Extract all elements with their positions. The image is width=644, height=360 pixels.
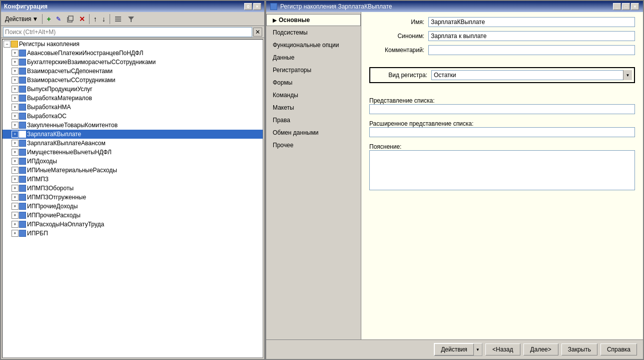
item-toggle-6[interactable] bbox=[12, 104, 19, 111]
tab-makety[interactable]: Макеты bbox=[266, 102, 361, 114]
list-item[interactable]: ЗакупленныеТоварыКомитентов bbox=[3, 121, 263, 130]
item-label-3: ВзаиморасчетыССотрудниками bbox=[27, 77, 116, 84]
note-textarea[interactable] bbox=[369, 150, 635, 190]
list-item[interactable]: ИПРасходыНаОплатуТруда bbox=[3, 220, 263, 229]
root-folder-icon bbox=[11, 41, 18, 48]
item-toggle-14[interactable] bbox=[12, 176, 19, 183]
svg-rect-4 bbox=[115, 21, 121, 22]
back-btn[interactable]: <Назад bbox=[485, 343, 520, 355]
tab-registratory[interactable]: Регистраторы bbox=[266, 64, 361, 76]
ext-list-view-input[interactable] bbox=[369, 127, 635, 137]
tab-komandy[interactable]: Команды bbox=[266, 89, 361, 101]
item-icon-12 bbox=[19, 158, 26, 165]
item-icon-1 bbox=[19, 59, 26, 66]
item-toggle-5[interactable] bbox=[12, 95, 19, 102]
search-clear-icon: ✕ bbox=[255, 29, 260, 36]
next-btn[interactable]: Далее> bbox=[523, 343, 558, 355]
item-toggle-2[interactable] bbox=[12, 68, 19, 75]
item-toggle-0[interactable] bbox=[12, 50, 19, 57]
list-item[interactable]: ИПМПЗОтгруженные bbox=[3, 193, 263, 202]
synonym-input[interactable] bbox=[428, 31, 635, 41]
tab-dannye[interactable]: Данные bbox=[266, 52, 361, 64]
close-btn[interactable]: Закрыть bbox=[561, 343, 597, 355]
list-item[interactable]: ИмущественныеВычетыНДФЛ bbox=[3, 148, 263, 157]
list-item[interactable]: ВыпускПродукцииУслуг bbox=[3, 85, 263, 94]
tab-formy[interactable]: Формы bbox=[266, 77, 361, 89]
list-item-selected[interactable]: ЗарплатаКВыплате bbox=[3, 130, 263, 139]
copy-btn[interactable] bbox=[64, 14, 76, 24]
actions-dropdown-btn[interactable]: ▼ bbox=[474, 343, 482, 355]
delete-icon: ✕ bbox=[79, 15, 85, 23]
move-up-btn[interactable]: ↑ bbox=[92, 14, 99, 24]
tree-root-item[interactable]: Регистры накопления bbox=[3, 40, 263, 49]
list-view-btn[interactable] bbox=[112, 14, 124, 24]
list-item[interactable]: ВыработкаНМА bbox=[3, 103, 263, 112]
search-input[interactable] bbox=[3, 27, 252, 37]
actions-group: Действия ▼ bbox=[434, 343, 482, 356]
svg-rect-1 bbox=[69, 16, 73, 21]
help-btn[interactable]: Справка bbox=[600, 343, 637, 355]
left-minimize-btn[interactable]: 0 bbox=[244, 3, 252, 10]
add-btn[interactable] bbox=[45, 14, 53, 24]
list-item[interactable]: ИПДоходы bbox=[3, 157, 263, 166]
tab-label-6: Команды bbox=[273, 92, 298, 99]
list-item[interactable]: ЗарплатаКВыплатеАвансом bbox=[3, 139, 263, 148]
vid-registra-row: Вид регистра: Остатки Обороты ▼ bbox=[369, 67, 635, 83]
actions-menu-btn[interactable]: Действия ▼ bbox=[3, 15, 40, 24]
actions-btn[interactable]: Действия bbox=[434, 343, 474, 355]
name-input[interactable] bbox=[428, 17, 635, 27]
tab-prochee[interactable]: Прочее bbox=[266, 139, 361, 151]
list-item[interactable]: ВыработкаОС bbox=[3, 112, 263, 121]
actions-dropdown-icon: ▼ bbox=[33, 16, 39, 23]
list-item[interactable]: ИПМПЗ bbox=[3, 175, 263, 184]
list-item[interactable]: АвансовыеПлатежиИностранцевПоНДФЛ bbox=[3, 49, 263, 58]
vid-registra-select[interactable]: Остатки Обороты bbox=[431, 70, 632, 80]
filter-btn[interactable] bbox=[125, 14, 137, 24]
tab-obmen[interactable]: Обмен данными bbox=[266, 127, 361, 139]
left-close-btn[interactable]: × bbox=[253, 3, 261, 10]
item-toggle-13[interactable] bbox=[12, 167, 19, 174]
item-toggle-16[interactable] bbox=[12, 194, 19, 201]
tree-area[interactable]: Регистры накопления АвансовыеПлатежиИнос… bbox=[2, 39, 263, 358]
item-toggle-8[interactable] bbox=[12, 122, 19, 129]
item-toggle-18[interactable] bbox=[12, 212, 19, 219]
list-view-input[interactable] bbox=[369, 104, 635, 114]
list-item[interactable]: БухгалтерскиеВзаиморасчетыССотрудниками bbox=[3, 58, 263, 67]
tab-osnovnye[interactable]: ▶ Основные bbox=[266, 14, 361, 26]
comment-input[interactable] bbox=[428, 45, 635, 55]
item-toggle-3[interactable] bbox=[12, 77, 19, 84]
root-toggle[interactable] bbox=[4, 41, 11, 48]
list-item[interactable]: ВыработкаМатериалов bbox=[3, 94, 263, 103]
item-toggle-19[interactable] bbox=[12, 221, 19, 228]
list-item[interactable]: ВзаиморасчетыССотрудниками bbox=[3, 76, 263, 85]
move-down-btn[interactable]: ↓ bbox=[100, 14, 108, 24]
list-item[interactable]: ВзаиморасчетыСДепонентами bbox=[3, 67, 263, 76]
item-toggle-15[interactable] bbox=[12, 185, 19, 192]
item-toggle-10[interactable] bbox=[12, 140, 19, 147]
item-toggle-9[interactable] bbox=[12, 131, 19, 138]
tab-func-opcii[interactable]: Функциональные опции bbox=[266, 39, 361, 51]
list-item[interactable]: ИППрочиеДоходы bbox=[3, 202, 263, 211]
item-toggle-12[interactable] bbox=[12, 158, 19, 165]
nav-tabs: ▶ Основные Подсистемы Функциональные опц… bbox=[266, 12, 361, 339]
item-toggle-7[interactable] bbox=[12, 113, 19, 120]
tab-label-8: Права bbox=[273, 117, 290, 124]
reg-close-btn[interactable]: × bbox=[631, 3, 639, 10]
list-item[interactable]: ИПИныеМатериальныеРасходы bbox=[3, 166, 263, 175]
list-item[interactable]: ИПМПЗОбороты bbox=[3, 184, 263, 193]
item-toggle-11[interactable] bbox=[12, 149, 19, 156]
tab-prava[interactable]: Права bbox=[266, 114, 361, 126]
content-area: Имя: Синоним: Комментарий: Вид регистра:… bbox=[361, 12, 643, 339]
item-toggle-20[interactable] bbox=[12, 230, 19, 237]
item-toggle-17[interactable] bbox=[12, 203, 19, 210]
tab-podsistemy[interactable]: Подсистемы bbox=[266, 27, 361, 39]
list-item[interactable]: ИППрочиеРасходы bbox=[3, 211, 263, 220]
list-item[interactable]: ИПРБП bbox=[3, 229, 263, 238]
search-clear-btn[interactable]: ✕ bbox=[253, 28, 262, 37]
item-toggle-4[interactable] bbox=[12, 86, 19, 93]
delete-btn[interactable]: ✕ bbox=[77, 14, 87, 24]
reg-restore-btn[interactable]: □ bbox=[622, 3, 630, 10]
reg-minimize-btn[interactable]: _ bbox=[613, 3, 621, 10]
item-toggle-1[interactable] bbox=[12, 59, 19, 66]
edit-btn[interactable] bbox=[54, 15, 63, 24]
